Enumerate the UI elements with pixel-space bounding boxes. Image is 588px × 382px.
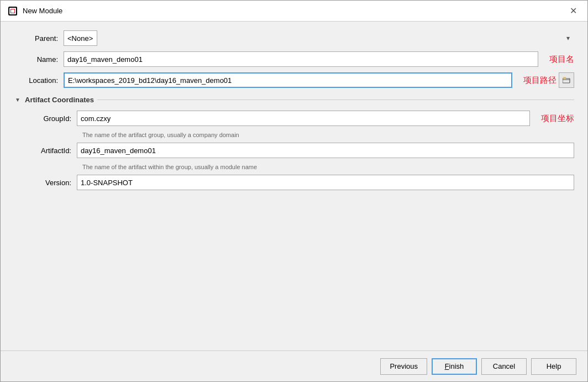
section-toggle[interactable]: ▼ [14, 96, 22, 104]
version-row: Version: [27, 175, 574, 190]
groupid-row: GroupId: 项目坐标 [27, 111, 574, 126]
cancel-button[interactable]: Cancel [481, 358, 527, 375]
parent-select-wrapper: <None> [64, 30, 574, 46]
finish-label: Finish [445, 362, 464, 370]
artifactid-row: ArtifactId: [27, 143, 574, 158]
name-annotation: 项目名 [549, 54, 574, 65]
dialog-footer: Previous Finish Cancel Help [1, 350, 587, 381]
finish-button[interactable]: Finish [432, 358, 477, 375]
parent-label: Parent: [14, 34, 64, 43]
section-divider [97, 100, 574, 100]
groupid-hint: The name of the artifact group, usually … [82, 132, 574, 138]
parent-select[interactable]: <None> [64, 30, 97, 46]
location-field: 项目路径 [64, 72, 574, 88]
groupid-annotation: 项目坐标 [541, 113, 574, 124]
artifact-section-title: Artifact Coordinates [25, 96, 94, 104]
name-label: Name: [14, 55, 64, 64]
location-browse-button[interactable] [559, 72, 574, 88]
previous-button[interactable]: Previous [380, 358, 427, 375]
name-row: Name: 项目名 [14, 51, 574, 67]
artifactid-hint: The name of the artifact within the grou… [82, 164, 574, 170]
groupid-label: GroupId: [27, 114, 77, 123]
location-input[interactable] [64, 72, 512, 88]
title-bar: New Module ✕ [1, 1, 587, 22]
parent-field: <None> [64, 30, 574, 46]
help-button[interactable]: Help [531, 358, 576, 375]
artifactid-field [77, 143, 574, 158]
svg-rect-5 [563, 77, 566, 79]
svg-rect-3 [11, 9, 14, 13]
app-icon [7, 6, 18, 17]
title-bar-text: New Module [23, 7, 561, 15]
close-button[interactable]: ✕ [565, 3, 581, 19]
version-field [77, 175, 574, 190]
name-input[interactable] [64, 51, 538, 67]
new-module-dialog: New Module ✕ Parent: <None> Name: 项目名 [0, 0, 588, 382]
artifact-section-body: GroupId: 项目坐标 The name of the artifact g… [14, 111, 574, 190]
groupid-field: 项目坐标 [77, 111, 574, 126]
name-field: 项目名 [64, 51, 574, 67]
dialog-content: Parent: <None> Name: 项目名 Location: [1, 22, 587, 350]
location-row: Location: 项目路径 [14, 72, 574, 88]
artifactid-label: ArtifactId: [27, 146, 77, 155]
location-annotation: 项目路径 [523, 75, 556, 86]
artifact-section-header: ▼ Artifact Coordinates [14, 96, 574, 104]
groupid-input[interactable] [77, 111, 530, 126]
version-label: Version: [27, 179, 77, 187]
location-label: Location: [14, 76, 64, 85]
artifactid-input[interactable] [77, 143, 574, 158]
version-input[interactable] [77, 175, 574, 190]
parent-row: Parent: <None> [14, 30, 574, 46]
